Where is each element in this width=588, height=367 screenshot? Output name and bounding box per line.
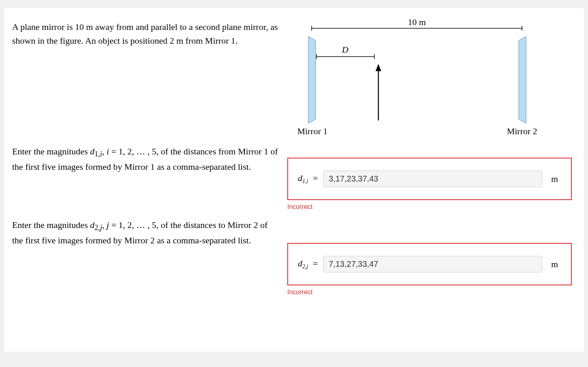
answer-box-2: d2,j = m <box>287 243 572 285</box>
answer-1-feedback: Incorrect <box>287 203 572 211</box>
answer-1-input[interactable] <box>323 171 542 187</box>
answer-1-unit: m <box>548 174 561 184</box>
answer-2-feedback: Incorrect <box>287 289 572 296</box>
question-page: A plane mirror is 10 m away from and par… <box>4 8 584 352</box>
distance-10m-label: 10 m <box>408 17 426 27</box>
mirror-figure: 10 m Mirror 1 Mirror 2 D <box>287 16 538 146</box>
figure-svg: 10 m Mirror 1 Mirror 2 D <box>287 16 538 146</box>
answer-2-variable: d2,j = <box>298 258 318 270</box>
mirror-1-label: Mirror 1 <box>297 126 327 136</box>
answer-column: 10 m Mirror 1 Mirror 2 D <box>287 20 584 308</box>
mirror-2-label: Mirror 2 <box>507 126 537 136</box>
q2-prompt-pre: Enter the magnitudes <box>12 220 90 230</box>
two-column-layout: A plane mirror is 10 m away from and par… <box>4 20 584 308</box>
question-1-prompt: Enter the magnitudes d1,i, i = 1, 2, … ,… <box>12 145 279 174</box>
object-distance-label: D <box>342 44 348 55</box>
question-2-prompt: Enter the magnitudes d2,j, j = 1, 2, … ,… <box>12 218 279 247</box>
text-column: A plane mirror is 10 m away from and par… <box>4 20 287 308</box>
problem-statement: A plane mirror is 10 m away from and par… <box>12 20 279 48</box>
answer-2-unit: m <box>548 259 561 270</box>
answer-1-variable: d1,i = <box>298 173 318 185</box>
object-arrow-head <box>376 64 381 71</box>
mirror-1-shape <box>308 36 316 123</box>
q1-prompt-pre: Enter the magnitudes <box>12 146 90 156</box>
mirror-2-shape <box>519 36 526 123</box>
answer-box-1: d1,i = m <box>287 158 572 200</box>
answer-2-input[interactable] <box>323 256 542 272</box>
